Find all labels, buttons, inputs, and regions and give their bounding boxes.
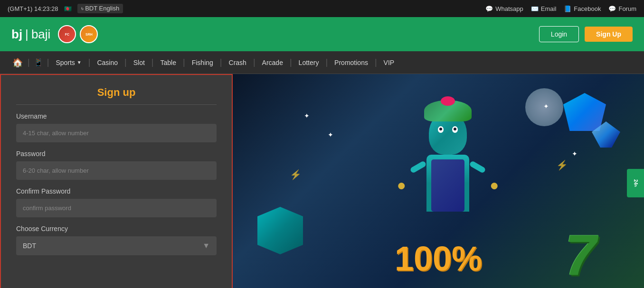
flag-icon: 🇧🇩 xyxy=(64,5,72,12)
nav-casino[interactable]: Casino xyxy=(90,51,124,74)
sparkle-icon-2: ✦ xyxy=(328,131,333,139)
lightning-icon-1: ⚡ xyxy=(290,169,302,180)
username-label: Username xyxy=(16,112,217,120)
top-bar-right: 💬 Whatsapp ✉️ Email 📘 Facebook 💬 Forum xyxy=(485,5,636,12)
signup-form-container: Sign up Username Password Confirm Passwo… xyxy=(0,74,233,288)
currency-language-button[interactable]: ৳ BDT English xyxy=(77,4,123,13)
login-button[interactable]: Login xyxy=(539,26,579,42)
forum-icon: 💬 xyxy=(608,5,616,12)
nav-lottery[interactable]: Lottery xyxy=(292,51,326,74)
confirm-password-label: Confirm Password xyxy=(16,187,217,195)
genie-head xyxy=(429,112,467,155)
nav-arcade[interactable]: Arcade xyxy=(256,51,290,74)
logo: bj | baji xyxy=(11,27,50,42)
genie-arm-right xyxy=(469,160,486,174)
sparkle-icon-4: ✦ xyxy=(572,150,578,158)
confirm-password-group: Confirm Password xyxy=(16,187,217,217)
seven-symbol: 7 xyxy=(565,222,597,288)
username-input[interactable] xyxy=(16,124,217,142)
team-badge-1: FC xyxy=(58,25,76,43)
logo-baji: baji xyxy=(31,27,50,42)
genie-vest xyxy=(431,159,464,212)
facebook-link[interactable]: 📘 Facebook xyxy=(564,5,601,12)
whatsapp-link[interactable]: 💬 Whatsapp xyxy=(485,5,523,12)
currency-group: Choose Currency BDT USD EUR INR ▼ xyxy=(16,225,217,255)
nav-table[interactable]: Table xyxy=(154,51,183,74)
email-icon: ✉️ xyxy=(531,5,539,12)
genie-bracelet-right xyxy=(490,181,499,190)
main-content: Sign up Username Password Confirm Passwo… xyxy=(0,74,644,288)
facebook-icon: 📘 xyxy=(564,5,571,12)
time-display: (GMT+1) 14:23:28 xyxy=(8,5,58,12)
logo-divider: | xyxy=(25,27,28,42)
form-title: Sign up xyxy=(16,86,217,105)
top-bar: (GMT+1) 14:23:28 🇧🇩 ৳ BDT English 💬 What… xyxy=(0,0,644,17)
genie-eye-left xyxy=(438,126,444,133)
nav-slot[interactable]: Slot xyxy=(127,51,152,74)
currency-select-wrapper: BDT USD EUR INR ▼ xyxy=(16,236,217,255)
whatsapp-icon: 💬 xyxy=(485,5,493,12)
genie-torso xyxy=(426,155,469,212)
crystal-blue-decoration xyxy=(563,93,606,131)
logo-bj: bj xyxy=(11,27,22,42)
genie-eye-right xyxy=(452,126,458,133)
crystal-teal-decoration xyxy=(252,207,309,254)
genie-turban xyxy=(424,100,472,121)
hour-label: h xyxy=(634,185,638,187)
sparkle-icon-3: ✦ xyxy=(543,102,549,110)
forum-link[interactable]: 💬 Forum xyxy=(608,5,636,12)
sports-arrow-icon: ▼ xyxy=(77,60,82,65)
top-bar-left: (GMT+1) 14:23:28 🇧🇩 ৳ BDT English xyxy=(8,4,123,13)
lightning-icon-2: ⚡ xyxy=(556,159,568,171)
team-badge-2: SRH xyxy=(80,25,98,43)
signup-button[interactable]: Sign Up xyxy=(585,27,633,42)
header-right: Login Sign Up xyxy=(539,26,633,42)
currency-select[interactable]: BDT USD EUR INR xyxy=(16,236,217,255)
navigation: 🏠 | 📱 | Sports ▼ | Casino | Slot | Table… xyxy=(0,51,644,74)
support-24h-badge[interactable]: 24 h xyxy=(627,169,644,197)
team-badges: FC SRH xyxy=(58,25,98,43)
header: bj | baji FC SRH Login Sign Up xyxy=(0,17,644,51)
nav-mobile[interactable]: 📱 xyxy=(30,51,47,74)
confirm-password-input[interactable] xyxy=(16,199,217,217)
nav-crash[interactable]: Crash xyxy=(222,51,253,74)
genie-arm-left xyxy=(409,160,426,174)
username-group: Username xyxy=(16,112,217,142)
sparkle-icon-1: ✦ xyxy=(304,112,310,120)
email-link[interactable]: ✉️ Email xyxy=(531,5,557,12)
banner-area: ✦ ✦ ✦ ✦ ⚡ ⚡ xyxy=(233,74,644,288)
nav-promotions[interactable]: Promotions xyxy=(328,51,375,74)
password-input[interactable] xyxy=(16,161,217,180)
header-left: bj | baji FC SRH xyxy=(11,25,98,43)
nav-vip[interactable]: VIP xyxy=(377,51,401,74)
currency-label: Choose Currency xyxy=(16,225,217,232)
password-group: Password xyxy=(16,150,217,180)
banner-percent-text: 100% xyxy=(395,239,482,278)
nav-home[interactable]: 🏠 xyxy=(8,51,28,74)
nav-sports[interactable]: Sports ▼ xyxy=(49,51,88,74)
nav-fishing[interactable]: Fishing xyxy=(185,51,220,74)
genie-bracelet-left xyxy=(397,181,406,190)
password-label: Password xyxy=(16,150,217,158)
